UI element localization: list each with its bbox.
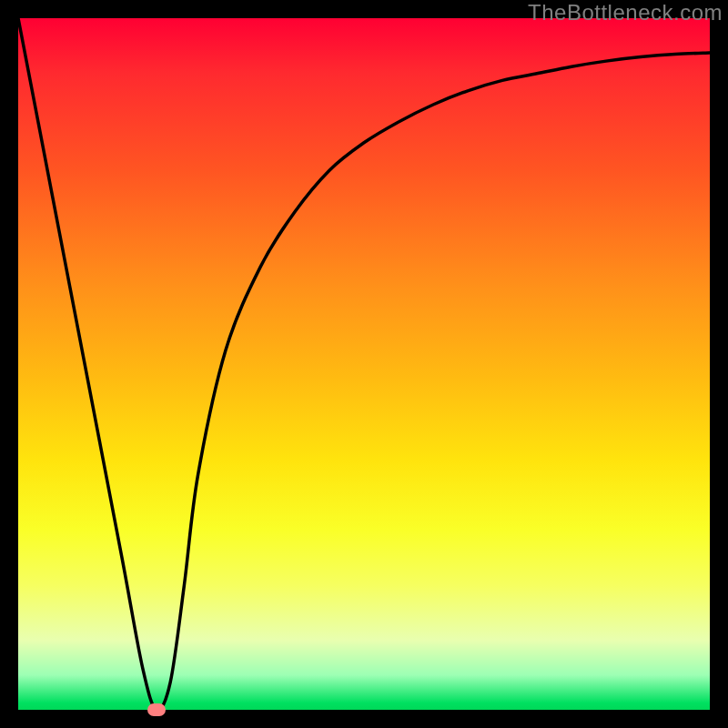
watermark-text: TheBottleneck.com — [528, 0, 723, 25]
chart-frame — [18, 18, 710, 710]
bottleneck-curve-path — [18, 18, 710, 710]
min-value-marker — [147, 703, 166, 716]
bottleneck-curve — [18, 18, 710, 710]
